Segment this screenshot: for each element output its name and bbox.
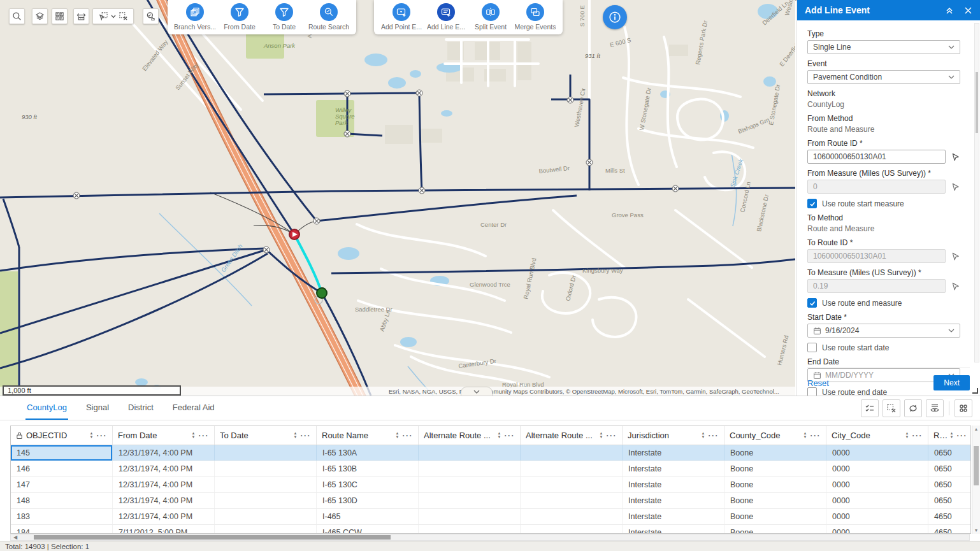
layers-button[interactable] (32, 8, 48, 24)
table-cell[interactable]: 12/31/1974, 4:00 PM (113, 445, 215, 461)
select-icon[interactable] (99, 11, 108, 21)
next-button[interactable]: Next (933, 375, 970, 390)
reset-button[interactable]: Reset (807, 378, 829, 388)
column-header[interactable]: From Date▲▼··· (113, 426, 215, 445)
table-cell[interactable]: 12/31/1974, 4:00 PM (113, 477, 215, 492)
from-measure-input[interactable] (807, 180, 946, 194)
column-header[interactable]: RTEL▲▼··· (928, 426, 971, 445)
table-cell[interactable]: Boone (724, 509, 826, 524)
sort-icon[interactable]: ▲▼ (396, 432, 400, 439)
tool-merge-events[interactable]: Merge Events (514, 3, 556, 31)
column-header[interactable]: Alternate Route ...▲▼··· (419, 426, 521, 445)
table-row[interactable]: 18312/31/1974, 4:00 PMI-465InterstateBoo… (11, 509, 970, 525)
tool-split-event[interactable]: Split Event (470, 3, 512, 31)
table-cell[interactable] (521, 509, 623, 524)
table-cell[interactable]: 4650 (928, 525, 971, 534)
panel-scrollbar[interactable] (974, 23, 979, 362)
table-cell[interactable] (419, 445, 521, 461)
column-menu-icon[interactable]: ··· (811, 431, 821, 440)
select-by-route-button[interactable] (143, 8, 159, 24)
close-panel-button[interactable] (964, 6, 972, 15)
map-search-button[interactable] (9, 8, 25, 24)
map-view[interactable]: Elevated WaySunset WayAnson ParkWilleySq… (0, 0, 795, 396)
table-cell[interactable]: I-65 130B (317, 461, 419, 476)
table-cell[interactable]: Boone (724, 493, 826, 508)
table-cell[interactable]: Interstate (623, 461, 724, 476)
table-cell[interactable]: Boone (724, 445, 826, 461)
table-cell[interactable]: Interstate (623, 509, 724, 524)
table-cell[interactable] (521, 525, 623, 534)
sort-icon[interactable]: ▲▼ (90, 432, 94, 439)
table-cell[interactable]: 145 (11, 445, 113, 461)
use-route-start-measure-checkbox[interactable]: Use route start measure (807, 199, 960, 208)
table-cell[interactable] (215, 493, 317, 508)
pick-from-route-button[interactable] (951, 152, 960, 162)
table-row[interactable]: 14512/31/1974, 4:00 PMI-65 130AInterstat… (11, 445, 970, 461)
clear-selection-icon[interactable] (119, 11, 128, 21)
panel-scrollbar-thumb[interactable] (976, 72, 978, 133)
table-cell[interactable]: 146 (11, 461, 113, 476)
table-cell[interactable]: 7/11/2012, 5:00 PM (113, 525, 215, 534)
tab-countylog[interactable]: CountyLog (25, 396, 68, 420)
sort-icon[interactable]: ▲▼ (950, 432, 954, 439)
table-cell[interactable]: Boone (724, 525, 826, 534)
refresh-table-button[interactable] (904, 399, 922, 417)
table-vertical-scrollbar[interactable]: ▲ ▼ (972, 426, 980, 534)
tool-to-date[interactable]: To Date (263, 3, 305, 31)
table-cell[interactable]: 184 (11, 525, 113, 534)
column-header[interactable]: Jurisdiction▲▼··· (623, 426, 724, 445)
table-cell[interactable]: 148 (11, 493, 113, 508)
table-cell[interactable]: 183 (11, 509, 113, 524)
show-selected-records-button[interactable] (861, 399, 879, 417)
sort-icon[interactable]: ▲▼ (600, 432, 603, 439)
checkbox-unchecked-icon[interactable] (807, 343, 817, 352)
event-select[interactable]: Pavement Condition (807, 70, 960, 84)
column-header[interactable]: OBJECTID▲▼··· (11, 426, 113, 445)
tool-branch-versions[interactable]: Branch Vers... (174, 3, 216, 31)
sort-icon[interactable]: ▲▼ (294, 432, 298, 439)
sort-icon[interactable]: ▲▼ (803, 432, 807, 439)
column-menu-icon[interactable]: ··· (403, 431, 414, 440)
pick-to-route-button[interactable] (951, 252, 960, 261)
table-cell[interactable] (419, 477, 521, 492)
tab-signal[interactable]: Signal (85, 396, 110, 420)
select-tool-group[interactable] (92, 8, 134, 24)
checkbox-checked-icon[interactable] (807, 298, 817, 308)
table-cell[interactable]: 0000 (826, 445, 928, 461)
table-cell[interactable]: 4650 (928, 509, 971, 524)
table-cell[interactable]: 0000 (826, 509, 928, 524)
table-cell[interactable] (521, 493, 623, 508)
sort-icon[interactable]: ▲▼ (498, 432, 501, 439)
table-cell[interactable]: 0650 (928, 461, 971, 476)
sort-icon[interactable]: ▲▼ (905, 432, 909, 439)
event-start-marker[interactable] (289, 229, 299, 240)
sort-icon[interactable]: ▲▼ (192, 432, 196, 439)
table-row[interactable]: 1847/11/2012, 5:00 PMI-465 CCWInterstate… (11, 525, 970, 534)
table-cell[interactable]: Boone (724, 477, 826, 492)
tool-add-line-event[interactable]: Add Line E... (425, 3, 467, 31)
table-cell[interactable]: 0000 (826, 525, 928, 534)
table-cell[interactable] (215, 461, 317, 476)
tab-federal-aid[interactable]: Federal Aid (171, 396, 216, 420)
tool-from-date[interactable]: From Date (219, 3, 261, 31)
from-route-id-input[interactable] (807, 150, 946, 164)
table-cell[interactable]: Interstate (623, 445, 724, 461)
pick-to-measure-button[interactable] (951, 282, 960, 291)
scroll-down-arrow[interactable]: ▼ (972, 528, 980, 533)
sort-icon[interactable]: ▲▼ (702, 432, 705, 439)
column-header[interactable]: Alternate Route ...▲▼··· (521, 426, 623, 445)
column-menu-icon[interactable]: ··· (97, 431, 108, 440)
table-cell[interactable] (215, 477, 317, 492)
tab-district[interactable]: District (127, 396, 155, 420)
column-header[interactable]: Route Name▲▼··· (317, 426, 419, 445)
table-horizontal-scrollbar[interactable]: ◀ (10, 534, 970, 541)
table-cell[interactable] (419, 493, 521, 508)
scroll-up-arrow[interactable]: ▲ (972, 427, 980, 431)
table-cell[interactable]: 12/31/1974, 4:00 PM (113, 493, 215, 508)
type-select[interactable]: Single Line (807, 40, 960, 54)
column-menu-icon[interactable]: ··· (199, 431, 210, 440)
table-row[interactable]: 14812/31/1974, 4:00 PMI-65 130DInterstat… (11, 493, 970, 509)
table-cell[interactable] (419, 525, 521, 534)
basemap-gallery-button[interactable] (52, 8, 68, 24)
tool-route-search[interactable]: Route Search (308, 3, 350, 31)
